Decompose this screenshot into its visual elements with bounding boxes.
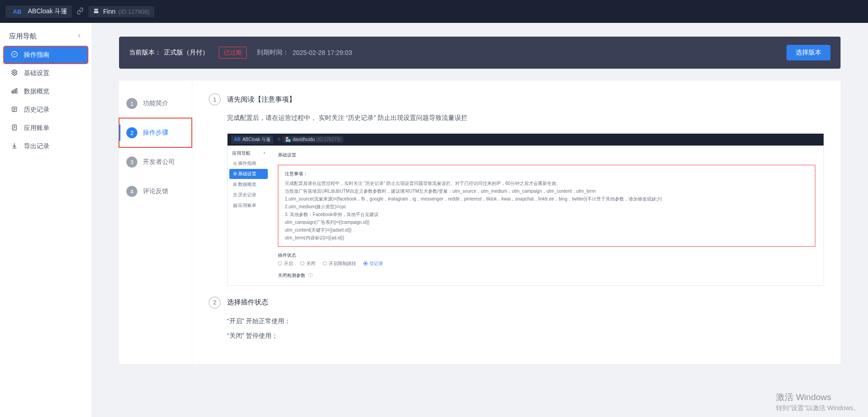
version-label: 当前版本： [129,49,161,57]
inset-app-logo-icon: AB [234,137,240,142]
step-developer[interactable]: 3 开发者公司 [119,147,192,177]
section-1-head: 1 请先阅读【注意事项】 [209,93,824,105]
step-operation[interactable]: 2 操作步骤 [119,118,192,147]
svg-marker-1 [13,53,16,55]
sidebar-item-label: 操作指南 [24,51,49,59]
app-badge[interactable]: AB ABCloak 斗篷 [5,5,72,18]
step-label: 操作步骤 [143,129,168,137]
sidebar-item-label: 导出记录 [24,142,49,151]
select-version-button[interactable]: 选择版本 [787,45,830,60]
inset-nav-settings: ⚙基础设置 [229,169,268,179]
section-2-head: 2 选择插件状态 [209,297,824,309]
inset-radio-record: 仅记录 [363,260,383,267]
inset-notice-line: utm_content(关键字)={{adset.id}} [285,226,808,234]
sidebar-item-billing[interactable]: 应用账单 [4,119,88,137]
section-1-body: 完成配置后，请在运营过程中， 实时关注 “历史记录” 防止出现设置问题导致流量误… [209,112,824,124]
step-label: 开发者公司 [143,158,175,166]
sidebar-item-label: 历史记录 [24,106,49,114]
steps-sidebar: 1 功能简介 2 操作步骤 3 开发者公司 4 评论反馈 [119,81,192,364]
section-2-line: “关闭” 暂停使用； [227,330,824,342]
inset-nav-billing: ▤应用账单 [229,200,268,211]
inset-app-name: ABCloak 斗篷 [242,136,271,143]
section-1-title: 请先阅读【注意事项】 [227,95,296,104]
inset-notice-line: 1.utm_source(流量来源)={facebook，fb，google，i… [285,195,808,203]
svg-rect-4 [14,90,15,93]
top-bar: AB ABCloak 斗篷 Finn (ID:127908) [0,0,868,23]
svg-rect-5 [16,89,17,93]
inset-sidebar-title: 应用导航 [232,150,250,157]
inset-shop-icon: 🏪 [285,137,291,142]
inset-radio-row: 开启 关闭 开启限制跳转 仅记录 [278,260,815,267]
inset-screenshot: AB ABCloak 斗篷 ⎘ 🏪 davidhuidu (ID:126279) [227,133,824,286]
inset-main: 基础设置 注意事项： 完成配置后请在运营过程中，实时关注 “历史记录” 防止出现… [270,146,824,285]
sidebar-item-label: 基础设置 [24,69,49,77]
step-label: 评论反馈 [143,187,168,195]
inset-notice-line: 当投放广告落地页URL添加UTM自定义参数参数时，建议填写UTM五大参数/变量：… [285,187,808,195]
section-1-text: 完成配置后，请在运营过程中， 实时关注 “历史记录” 防止出现设置问题导致流量误… [227,112,824,124]
inset-radio-limit: 开启限制跳转 [323,260,356,267]
inset-nav-guide: ◎操作指南 [229,158,268,168]
step-label: 功能简介 [143,99,168,108]
bill-icon [10,124,18,132]
collapse-icon[interactable] [76,32,82,40]
sidebar-title: 应用导航 [9,32,37,41]
inset-link-icon: ⎘ [278,137,281,142]
due-label: 到期时间： [257,49,289,57]
version-banner: 当前版本： 正式版（月付） 已过期 到期时间： 2025-02-28 17:29… [119,37,841,69]
inset-nav-label: 操作指南 [238,160,256,167]
inset-notice-line: utm_term(内容标识)={{ad.id}} [285,234,808,242]
main-content: 当前版本： 正式版（月付） 已过期 到期时间： 2025-02-28 17:29… [92,23,868,417]
section-2-title: 选择插件状态 [227,298,268,307]
inset-user-id: (ID:126279) [317,137,341,142]
inset-collapse-icon: ‹ [264,150,265,157]
inset-nav-label: 基础设置 [238,171,256,177]
app-name: ABCloak 斗篷 [28,7,67,16]
link-icon [76,7,84,16]
app-logo-icon: AB [10,7,24,16]
inset-topbar: AB ABCloak 斗篷 ⎘ 🏪 davidhuidu (ID:126279) [228,134,824,146]
inset-user-badge: 🏪 davidhuidu (ID:126279) [282,136,343,143]
step-feedback[interactable]: 4 评论反馈 [119,177,192,206]
shop-icon [93,8,99,16]
sidebar-item-label: 数据概览 [24,87,49,96]
inset-panel-title: 基础设置 [278,152,815,158]
list-icon [10,106,18,114]
step-num: 4 [126,186,137,197]
expired-badge: 已过期 [219,47,247,59]
content-panel: 1 功能简介 2 操作步骤 3 开发者公司 4 评论反馈 1 [119,81,841,364]
inset-notice-line: 3. 其他参数：Facebook举例，其他平台见建议 [285,211,808,218]
section-2-body: “开启” 开始正常使用； “关闭” 暂停使用； [209,315,824,342]
step-num: 3 [126,157,137,168]
inset-nav-history: ☰历史记录 [229,190,268,200]
content-area: 1 请先阅读【注意事项】 完成配置后，请在运营过程中， 实时关注 “历史记录” … [192,81,841,364]
help-icon: ⓘ [308,273,313,278]
svg-rect-3 [11,91,13,93]
inset-nav-label: 数据概览 [238,181,256,188]
user-id: (ID:127908) [118,8,150,15]
user-badge[interactable]: Finn (ID:127908) [88,6,154,17]
step-num: 1 [126,98,137,109]
inset-notice-line: 完成配置后请在运营过程中，实时关注 “历史记录” 防止出现设置问题导致流量误拦。… [285,179,808,187]
section-num-1: 1 [209,93,221,105]
sidebar-item-guide[interactable]: 操作指南 [4,46,88,64]
section-num-2: 2 [209,297,221,309]
sidebar-item-overview[interactable]: 数据概览 [4,83,88,100]
inset-status-label: 插件状态 [278,252,815,259]
section-2-line: “开启” 开始正常使用； [227,315,824,327]
sidebar-item-history[interactable]: 历史记录 [4,101,88,119]
inset-notice-line: utm_campaign(广告系列)={{campaign.id}} [285,218,808,226]
chart-icon [10,87,18,96]
inset-notice-line: 2.utm_medium(媒介类型)=cpc [285,203,808,211]
version-value: 正式版（月付） [164,49,209,57]
sidebar-item-settings[interactable]: 基础设置 [4,65,88,82]
user-name: Finn [103,8,115,15]
step-num: 2 [126,127,137,138]
sidebar-item-export[interactable]: 导出记录 [4,138,88,155]
svg-point-2 [13,72,15,74]
inset-sidebar: 应用导航 ‹ ◎操作指南 ⚙基础设置 ⊞数据概览 ☰历史记录 ▤应用账单 [228,146,270,285]
download-icon [10,142,18,151]
inset-sidebar-header: 应用导航 ‹ [229,148,268,158]
step-intro[interactable]: 1 功能简介 [119,89,192,118]
gear-icon [10,69,18,77]
inset-notice-head: 注意事项： [285,170,808,178]
